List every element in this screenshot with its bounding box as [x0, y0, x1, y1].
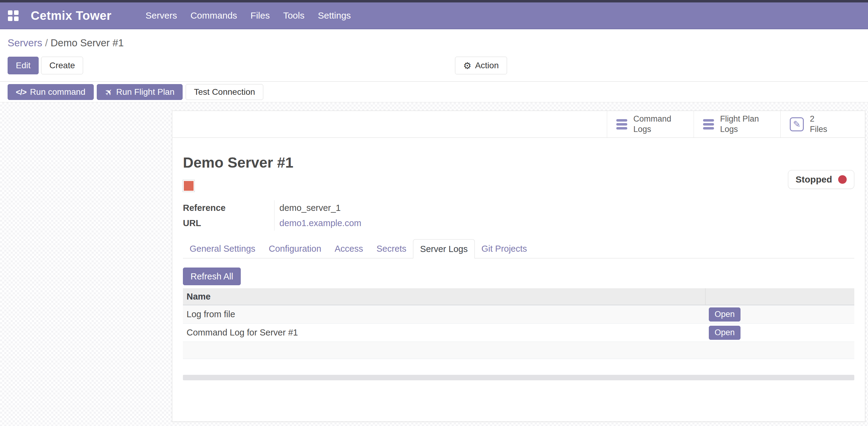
server-command-bar: </> Run command ✈ Run Flight Plan Test C…: [0, 82, 868, 102]
nav-item-commands[interactable]: Commands: [190, 10, 237, 21]
run-flight-plan-label: Run Flight Plan: [116, 87, 175, 97]
navbar-menu: Servers Commands Files Tools Settings: [146, 10, 351, 21]
page: Cetmix Tower Servers Commands Files Tool…: [0, 0, 868, 426]
open-log-button[interactable]: Open: [709, 308, 741, 321]
run-command-label: Run command: [30, 87, 86, 97]
main-navbar: Cetmix Tower Servers Commands Files Tool…: [0, 2, 868, 29]
refresh-all-button[interactable]: Refresh All: [183, 267, 241, 285]
server-form-card: Command Logs Flight Plan Logs ✎: [172, 111, 865, 422]
field-row-reference: Reference demo_server_1: [183, 200, 854, 216]
field-row-url: URL demo1.example.com: [183, 216, 854, 231]
plane-icon: ✈: [102, 86, 115, 99]
flight-plan-logs-stat-button[interactable]: Flight Plan Logs: [693, 111, 780, 137]
reference-label: Reference: [183, 203, 274, 213]
run-command-button[interactable]: </> Run command: [8, 84, 94, 100]
run-flight-plan-button[interactable]: ✈ Run Flight Plan: [97, 84, 183, 100]
notebook-tabs: General Settings Configuration Access Se…: [183, 239, 854, 258]
horizontal-scrollbar[interactable]: [183, 375, 854, 380]
page-title: Demo Server #1: [183, 154, 854, 171]
code-icon: </>: [16, 87, 27, 97]
status-badge: Stopped: [788, 170, 854, 189]
list-icon: [703, 119, 714, 130]
files-count-label: 2 Files: [810, 114, 827, 135]
file-edit-icon: ✎: [790, 117, 804, 131]
gear-icon: ⚙: [463, 60, 471, 71]
column-header-action: [705, 288, 854, 305]
control-panel: Servers / Demo Server #1 Edit Create ⚙ A…: [0, 29, 868, 82]
action-button-label: Action: [475, 61, 499, 70]
log-name-cell: Log from file: [183, 309, 705, 319]
tab-general-settings[interactable]: General Settings: [183, 239, 262, 258]
table-header-row: Name: [183, 288, 854, 305]
reference-value: demo_server_1: [274, 200, 341, 216]
column-header-name[interactable]: Name: [183, 292, 705, 302]
list-icon: [616, 119, 627, 130]
breadcrumb-current: Demo Server #1: [51, 37, 124, 49]
edit-button[interactable]: Edit: [8, 57, 39, 74]
url-value-link[interactable]: demo1.example.com: [274, 216, 361, 231]
command-logs-label: Command Logs: [633, 114, 672, 135]
test-connection-button[interactable]: Test Connection: [186, 84, 263, 100]
stat-button-strip: Command Logs Flight Plan Logs ✎: [172, 111, 865, 138]
create-button[interactable]: Create: [41, 57, 83, 74]
action-button[interactable]: ⚙ Action: [455, 57, 507, 74]
nav-item-tools[interactable]: Tools: [283, 10, 304, 21]
log-name-cell: Command Log for Server #1: [183, 328, 705, 338]
table-empty-row: [183, 342, 854, 359]
table-row[interactable]: Log from file Open: [183, 305, 854, 323]
field-group: Reference demo_server_1 URL demo1.exampl…: [183, 200, 854, 231]
brand-title[interactable]: Cetmix Tower: [31, 9, 112, 23]
tab-configuration[interactable]: Configuration: [262, 239, 328, 258]
command-logs-stat-button[interactable]: Command Logs: [607, 111, 693, 137]
tab-git-projects[interactable]: Git Projects: [475, 239, 534, 258]
status-stopped-dot: [838, 175, 847, 184]
breadcrumb-separator: /: [45, 37, 48, 49]
window-top-strip: [0, 0, 868, 2]
open-log-button[interactable]: Open: [709, 326, 741, 340]
nav-item-files[interactable]: Files: [250, 10, 270, 21]
breadcrumb-servers-link[interactable]: Servers: [8, 37, 42, 49]
record-buttons: Edit Create: [8, 57, 868, 74]
table-row[interactable]: Command Log for Server #1 Open: [183, 323, 854, 342]
nav-item-servers[interactable]: Servers: [146, 10, 177, 21]
server-form-body: Stopped Demo Server #1 Reference demo_se…: [172, 154, 865, 380]
status-label: Stopped: [796, 174, 832, 184]
flight-plan-logs-label: Flight Plan Logs: [720, 114, 759, 135]
tab-secrets[interactable]: Secrets: [370, 239, 413, 258]
breadcrumb: Servers / Demo Server #1: [8, 37, 868, 49]
form-view-background: Command Logs Flight Plan Logs ✎: [0, 102, 868, 426]
server-logs-table: Name Log from file Open Command Log for …: [183, 288, 854, 359]
apps-grid-icon[interactable]: [8, 10, 19, 21]
nav-item-settings[interactable]: Settings: [318, 10, 351, 21]
tab-server-logs[interactable]: Server Logs: [413, 239, 474, 258]
server-color-swatch[interactable]: [183, 180, 194, 192]
url-label: URL: [183, 218, 274, 228]
tab-access[interactable]: Access: [328, 239, 370, 258]
files-stat-button[interactable]: ✎ 2 Files: [780, 111, 865, 137]
